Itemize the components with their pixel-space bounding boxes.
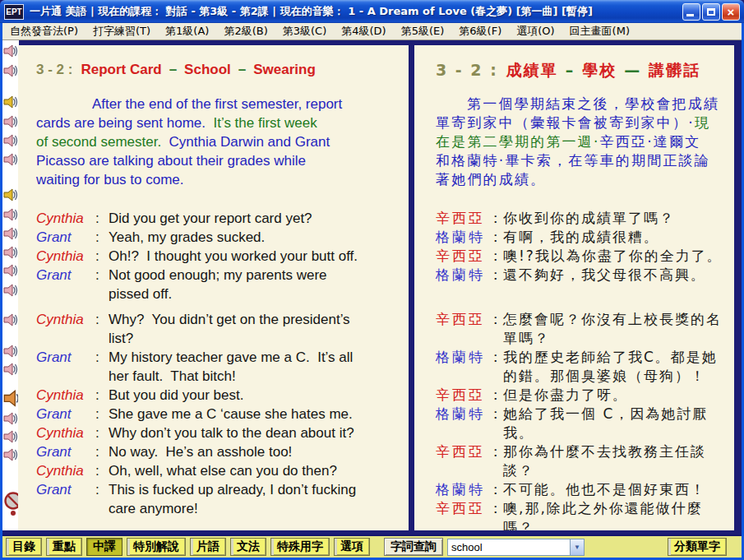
dialogue-text: 還不夠好，我父母很不高興。 <box>503 266 724 285</box>
dialogue-text: She gave me a C ‘cause she hates me. <box>109 405 397 423</box>
menu-typing-practice[interactable]: 打字練習(T) <box>85 22 158 40</box>
dialogue-text: 怎麼會呢？你沒有上校長獎的名 單嗎？ <box>503 310 724 348</box>
dialogue-row: 辛西亞：但是你盡力了呀。 <box>436 386 724 405</box>
speaker-icon[interactable] <box>3 227 18 243</box>
speaker-icon[interactable] <box>3 153 18 169</box>
speaker-icon[interactable] <box>3 284 18 300</box>
speaker-icon[interactable] <box>3 95 18 112</box>
speaker-icon[interactable] <box>3 188 18 205</box>
dialogue-text: Oh, well, what else can you do then? <box>109 461 397 480</box>
speaker-icon[interactable] <box>3 115 18 132</box>
intro-paragraph-chinese: 第一個學期結束之後，學校會把成績 單寄到家中（彙報卡會被寄到家中）·現 在是第二… <box>436 95 724 189</box>
dialogue-row: 格蘭特：不可能。他也不是個好東西！ <box>436 480 724 499</box>
toolbar-button-options[interactable]: 選項 <box>334 538 370 556</box>
speaker-name: 格蘭特 <box>436 266 488 285</box>
speaker-gutter <box>2 40 19 530</box>
dialogue-text: 不可能。他也不是個好東西！ <box>503 480 724 499</box>
dialogue-text: 但是你盡力了呀。 <box>503 386 724 405</box>
search-input[interactable] <box>448 539 570 555</box>
close-button[interactable]: × <box>722 3 740 21</box>
menu-level-3[interactable]: 第3級(C) <box>275 22 335 40</box>
speaker-name: Cynthia <box>36 310 95 348</box>
maximize-button[interactable] <box>702 3 720 21</box>
dialogue-row: 格蘭特：有啊，我的成績很糟。 <box>436 228 724 247</box>
menu-level-2[interactable]: 第2級(B) <box>216 22 275 40</box>
dialogue-row: 格蘭特：還不夠好，我父母很不高興。 <box>436 266 724 285</box>
speaker-name: 辛西亞 <box>436 499 488 530</box>
speaker-name: Cynthia <box>36 209 95 228</box>
speaker-name: Cynthia <box>36 461 95 480</box>
toolbar-button-phrases[interactable]: 片語 <box>190 538 226 556</box>
toolbar-button-chinese-translation[interactable]: 中譯 <box>86 538 122 556</box>
speaker-name: Cynthia <box>36 423 95 442</box>
speaker-name: Grant <box>36 348 95 386</box>
dialogue-text: 噢!?我以為你盡了你的全力了。 <box>503 247 724 266</box>
toolbar-button-special-explanation[interactable]: 特別解說 <box>127 538 186 556</box>
close-icon: × <box>723 4 739 20</box>
menu-bar: 自然發音法(P) 打字練習(T) 第1級(A) 第2級(B) 第3級(C) 第4… <box>2 23 742 40</box>
speaker-icon[interactable] <box>3 448 18 465</box>
speaker-name: Grant <box>36 442 95 461</box>
speaker-name: Grant <box>36 405 95 423</box>
speaker-name: 辛西亞 <box>436 442 488 480</box>
dialogue-row: 格蘭特：她給了我一個 C，因為她討厭我。 <box>436 405 724 442</box>
speaker-icon[interactable] <box>3 134 18 150</box>
speaker-icon[interactable] <box>3 264 18 280</box>
dialogue-row: Grant:Not good enough; my parents were p… <box>36 266 397 303</box>
window-title: 一片通 美語 | 現在的課程： 對話 - 第3級 - 第2課 | 現在的音樂： … <box>30 4 682 19</box>
title-bar[interactable]: EPT 一片通 美語 | 現在的課程： 對話 - 第3級 - 第2課 | 現在的… <box>0 0 744 23</box>
minimize-button[interactable] <box>682 3 700 21</box>
dialogue-row: 辛西亞：你收到你的成績單了嗎？ <box>436 209 724 228</box>
toolbar-button-contents[interactable]: 目錄 <box>6 538 42 556</box>
dialogue-row: Cynthia:Oh!? I thought you worked your b… <box>36 247 397 266</box>
speaker-icon[interactable] <box>3 363 18 379</box>
menu-level-5[interactable]: 第5級(E) <box>394 22 452 40</box>
combobox-dropdown-button[interactable]: ▼ <box>570 539 584 555</box>
minimize-icon <box>686 14 694 16</box>
dialogue-row: Grant:She gave me a C ‘cause she hates m… <box>36 405 397 423</box>
toolbar-button-highlights[interactable]: 重點 <box>46 538 82 556</box>
speaker-name: 辛西亞 <box>436 386 488 405</box>
speaker-icon[interactable] <box>3 313 18 330</box>
window-controls: × <box>682 3 740 21</box>
chinese-panel: 3 - 2 :成績單–學校—講髒話 第一個學期結束之後，學校會把成績 單寄到家中… <box>414 45 734 530</box>
dialogue-text: 噢,那,除此之外你還能做什麼嗎？ <box>503 499 724 530</box>
speaker-name: 格蘭特 <box>436 405 488 442</box>
lesson-title-chinese: 3 - 2 :成績單–學校—講髒話 <box>436 60 724 80</box>
speaker-icon[interactable] <box>3 208 18 224</box>
menu-level-1[interactable]: 第1級(A) <box>158 22 216 40</box>
menu-options[interactable]: 選項(O) <box>509 22 561 40</box>
bottom-toolbar: 目錄 重點 中譯 特別解說 片語 文法 特殊用字 選項 字詞查詢 ▼ 分類單字 <box>2 535 742 558</box>
toolbar-button-grammar[interactable]: 文法 <box>230 538 266 556</box>
dialogue-row: Grant:No way. He’s an asshole too! <box>36 442 397 461</box>
speaker-icon[interactable] <box>3 64 18 81</box>
speaker-name: Grant <box>36 480 95 518</box>
dialogue-english: Cynthia:Did you get your report card yet… <box>36 209 397 518</box>
dialogue-text: This is fucked up already, I don’t fucki… <box>109 480 397 518</box>
menu-phonics[interactable]: 自然發音法(P) <box>2 22 85 40</box>
speaker-name: 辛西亞 <box>436 310 488 348</box>
classified-words-button[interactable]: 分類單字 <box>668 538 727 556</box>
word-search-combobox: ▼ <box>447 539 585 556</box>
speaker-icon[interactable] <box>3 246 18 262</box>
menu-main-screen[interactable]: 回主畫面(M) <box>562 22 637 40</box>
speaker-icon[interactable] <box>3 44 18 61</box>
lesson-number: 3 - 2 : <box>436 61 498 79</box>
speaker-icon[interactable] <box>3 345 18 361</box>
dialogue-text: Oh!? I thought you worked your butt off. <box>109 247 397 266</box>
speaker-name: Cynthia <box>36 386 95 405</box>
dialogue-row: Cynthia:Did you get your report card yet… <box>36 209 397 228</box>
dialogue-text: 她給了我一個 C，因為她討厭我。 <box>503 405 724 442</box>
dialogue-row: Cynthia:Why? You didn’t get on the presi… <box>36 310 397 348</box>
speaker-icon[interactable] <box>3 430 18 447</box>
toolbar-button-special-words[interactable]: 特殊用字 <box>270 538 330 556</box>
speaker-icon[interactable] <box>3 412 18 428</box>
dialogue-text: My history teacher gave me a C. It’s all… <box>109 348 397 386</box>
dialogue-row: 辛西亞：噢!?我以為你盡了你的全力了。 <box>436 247 724 266</box>
menu-level-6[interactable]: 第6級(F) <box>451 22 509 40</box>
word-lookup-button[interactable]: 字詞查詢 <box>384 538 443 556</box>
app-window: EPT 一片通 美語 | 現在的課程： 對話 - 第3級 - 第2課 | 現在的… <box>0 0 744 560</box>
menu-level-4[interactable]: 第4級(D) <box>334 22 393 40</box>
dialogue-text: Why don’t you talk to the dean about it? <box>109 423 397 442</box>
speaker-name: Grant <box>36 228 95 247</box>
